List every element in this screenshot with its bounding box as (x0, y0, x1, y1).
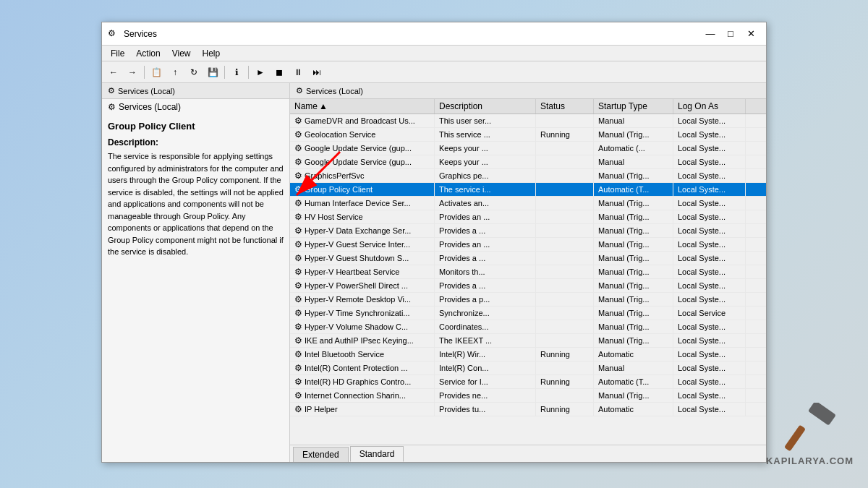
maximize-button[interactable]: □ (721, 27, 740, 41)
tab-standard[interactable]: Standard (350, 446, 404, 462)
service-desc-cell: This user ser... (435, 114, 536, 127)
restart-button[interactable]: ⏭ (308, 64, 326, 80)
export-button[interactable]: 💾 (204, 64, 221, 80)
right-panel-header: ⚙ Services (Local) (290, 83, 766, 99)
menu-file[interactable]: File (105, 47, 130, 60)
menu-action[interactable]: Action (130, 47, 166, 60)
service-startup-cell: Automatic (594, 403, 673, 416)
service-desc-cell: Graphics pe... (435, 169, 536, 182)
table-row[interactable]: ⚙Hyper-V Volume Shadow C...Coordinates..… (290, 320, 766, 334)
back-button[interactable]: ← (105, 64, 122, 80)
service-name-cell: ⚙IKE and AuthIP IPsec Keying... (290, 334, 435, 347)
minimize-button[interactable]: — (701, 27, 720, 41)
service-icon: ⚙ (294, 404, 302, 414)
col-status[interactable]: Status (536, 99, 594, 114)
services-table: Name ▲ Description Status Startup Type L… (290, 99, 766, 445)
table-row[interactable]: ⚙Hyper-V Remote Desktop Vi...Provides a … (290, 293, 766, 307)
table-row[interactable]: ⚙Google Update Service (gup...Keeps your… (290, 142, 766, 155)
table-row[interactable]: ⚙IKE and AuthIP IPsec Keying...The IKEEX… (290, 334, 766, 348)
table-row[interactable]: ⚙Human Interface Device Ser...Activates … (290, 197, 766, 210)
table-row[interactable]: ⚙Hyper-V Data Exchange Ser...Provides a … (290, 224, 766, 238)
close-button[interactable]: ✕ (741, 27, 760, 41)
col-description[interactable]: Description (435, 99, 536, 114)
tab-extended[interactable]: Extended (293, 447, 349, 462)
service-status-cell (536, 114, 594, 127)
service-logon-cell: Local Syste... (673, 265, 746, 278)
up-button[interactable]: ↑ (166, 64, 184, 80)
service-name-cell: ⚙Hyper-V Data Exchange Ser... (290, 224, 435, 237)
toolbar-separator-1 (144, 66, 145, 79)
service-icon: ⚙ (294, 116, 302, 126)
service-status-cell (536, 155, 594, 168)
service-desc-cell: Service for I... (435, 375, 536, 388)
forward-button[interactable]: → (124, 64, 141, 80)
properties-button[interactable]: ℹ (228, 64, 245, 80)
service-logon-cell: Local Syste... (673, 293, 746, 306)
table-row[interactable]: ⚙GameDVR and Broadcast Us...This user se… (290, 114, 766, 128)
table-row[interactable]: ⚙HV Host ServiceProvides an ...Manual (T… (290, 210, 766, 224)
table-row[interactable]: ⚙Intel(R) HD Graphics Contro...Service f… (290, 375, 766, 389)
service-startup-cell: Manual (Trig... (594, 293, 673, 306)
service-startup-cell: Manual (594, 155, 673, 168)
service-icon: ⚙ (294, 294, 302, 304)
service-name-cell: ⚙Hyper-V Guest Shutdown S... (290, 252, 435, 265)
service-startup-cell: Manual (Trig... (594, 265, 673, 278)
table-row[interactable]: ⚙Hyper-V Guest Service Inter...Provides … (290, 238, 766, 252)
service-icon: ⚙ (294, 239, 302, 249)
service-icon: ⚙ (294, 322, 302, 332)
table-row[interactable]: ⚙IP HelperProvides tu...RunningAutomatic… (290, 403, 766, 416)
service-logon-cell: Local Syste... (673, 224, 746, 237)
sidebar-header: ⚙ Services (Local) (102, 83, 289, 99)
service-status-cell (536, 334, 594, 347)
table-row[interactable]: ⚙Intel(R) Content Protection ...Intel(R)… (290, 361, 766, 375)
title-bar: ⚙ Services — □ ✕ (102, 22, 766, 46)
service-logon-cell: Local Syste... (673, 114, 746, 127)
table-row[interactable]: ⚙Hyper-V Guest Shutdown S...Provides a .… (290, 252, 766, 265)
service-logon-cell: Local Syste... (673, 169, 746, 182)
col-name[interactable]: Name ▲ (290, 99, 435, 114)
service-desc-cell: The service i... (435, 183, 536, 196)
service-startup-cell: Automatic (594, 348, 673, 361)
table-row[interactable]: ⚙Group Policy ClientThe service i...Auto… (290, 183, 766, 197)
col-logon[interactable]: Log On As (673, 99, 746, 114)
service-logon-cell: Local Syste... (673, 361, 746, 374)
sidebar-tree-item[interactable]: ⚙ Services (Local) (102, 99, 289, 115)
service-status-cell (536, 169, 594, 182)
table-row[interactable]: ⚙GraphicsPerfSvcGraphics pe...Manual (Tr… (290, 169, 766, 183)
service-name-cell: ⚙IP Helper (290, 403, 435, 416)
bottom-tabs: ExtendedStandard (290, 445, 766, 462)
show-hide-button[interactable]: 📋 (148, 64, 165, 80)
hammer-icon (780, 403, 838, 453)
table-row[interactable]: ⚙Hyper-V PowerShell Direct ...Provides a… (290, 279, 766, 293)
service-icon: ⚙ (294, 226, 302, 236)
table-row[interactable]: ⚙Geolocation ServiceThis service ...Runn… (290, 128, 766, 142)
service-logon-cell: Local Syste... (673, 197, 746, 210)
service-icon: ⚙ (294, 143, 302, 153)
refresh-button[interactable]: ↻ (185, 64, 203, 80)
play-button[interactable]: ► (252, 64, 269, 80)
menu-help[interactable]: Help (197, 47, 226, 60)
service-icon: ⚙ (294, 253, 302, 263)
table-row[interactable]: ⚙Internet Connection Sharin...Provides n… (290, 389, 766, 403)
stop-button[interactable]: ◼ (271, 64, 288, 80)
svg-rect-3 (784, 425, 806, 452)
menu-view[interactable]: View (166, 47, 197, 60)
table-row[interactable]: ⚙Intel Bluetooth ServiceIntel(R) Wir...R… (290, 348, 766, 361)
service-icon: ⚙ (294, 212, 302, 222)
sidebar-service-title: Group Policy Client (108, 121, 284, 132)
service-desc-cell: Activates an... (435, 197, 536, 210)
window-icon: ⚙ (108, 28, 119, 40)
window-controls: — □ ✕ (701, 27, 760, 41)
svg-rect-2 (808, 403, 836, 426)
table-row[interactable]: ⚙Hyper-V Time Synchronizati...Synchroniz… (290, 307, 766, 320)
table-body[interactable]: ⚙GameDVR and Broadcast Us...This user se… (290, 114, 766, 445)
table-row[interactable]: ⚙Google Update Service (gup...Keeps your… (290, 155, 766, 169)
service-icon: ⚙ (294, 349, 302, 359)
col-startup[interactable]: Startup Type (594, 99, 673, 114)
table-row[interactable]: ⚙Hyper-V Heartbeat ServiceMonitors th...… (290, 265, 766, 279)
pause-button[interactable]: ⏸ (289, 64, 307, 80)
service-icon: ⚙ (294, 198, 302, 208)
service-status-cell: Running (536, 128, 594, 141)
service-logon-cell: Local Syste... (673, 238, 746, 251)
service-logon-cell: Local Syste... (673, 252, 746, 265)
